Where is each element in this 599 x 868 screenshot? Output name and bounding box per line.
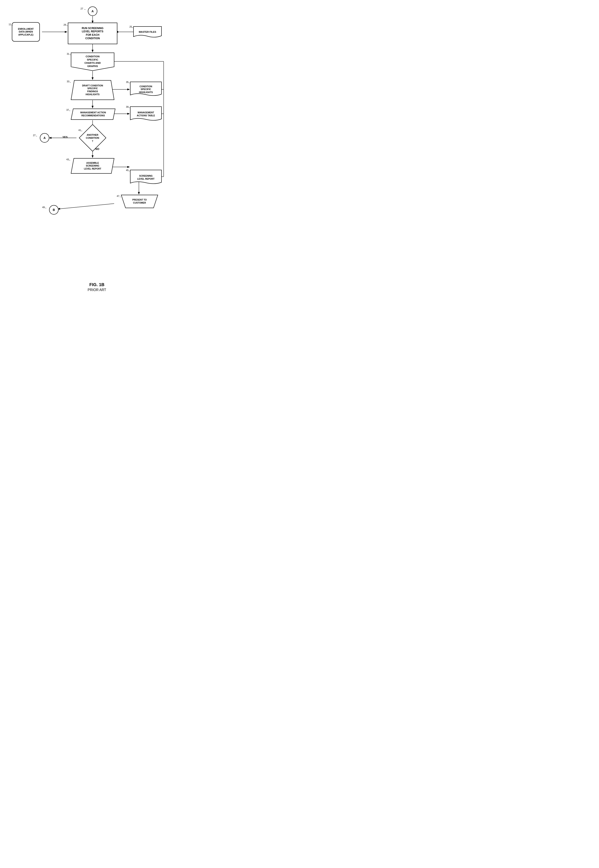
node-assemble-report-label: ASSEMBLESCREENINGLEVEL REPORT xyxy=(84,161,101,170)
node-assemble-report: ASSEMBLESCREENINGLEVEL REPORT xyxy=(70,157,115,175)
node-present-customer-label: PRESENT TOCUSTOMER xyxy=(132,199,147,204)
yes-label: YES xyxy=(62,136,68,139)
node-mgmt-actions-table-label: MANAGEMENTACTIONS TABLE xyxy=(137,111,155,117)
node-run-screening-num: 29 xyxy=(63,24,66,26)
node-mgmt-action-rec-label: MANAGEMENT ACTIONRECOMMENDATIONS xyxy=(80,111,106,117)
fig-subtitle: PRIOR ART xyxy=(0,288,194,292)
node-condition-highlights-label: CONDITIONSPECIFICHIGHLIGHTS xyxy=(139,85,153,94)
node-condition-highlights: CONDITIONSPECIFICHIGHLIGHTS xyxy=(129,81,163,98)
node-enrollment-data-label: ENROLLMENTDATA (WHENAPPLICAPLE) xyxy=(18,27,34,36)
node-a-top-num: 27 xyxy=(81,8,83,10)
node-another-condition-label: ANOTHERCONDITION? xyxy=(86,133,99,143)
node-another-condition-num: 41 xyxy=(78,129,81,131)
node-run-screening: RUN SCREENINGLEVEL REPORTSFOR EACHCONDIT… xyxy=(68,23,117,44)
node-enrollment-num: 11 xyxy=(9,23,11,26)
node-condition-charts: CONDITIONSPECIFICCHARTS ANDGRAPHS xyxy=(70,52,115,71)
node-b-num: 49 xyxy=(42,206,45,208)
node-enrollment-data: ENROLLMENTDATA (WHENAPPLICAPLE) xyxy=(12,22,40,42)
node-screening-report-label: SCREENINGLEVEL REPORT xyxy=(137,175,154,180)
node-screening-report: SCREENINGLEVEL REPORT xyxy=(129,169,163,186)
figure-caption: FIG. 1B PRIOR ART xyxy=(0,282,194,296)
node-screening-report-num: 45 xyxy=(126,169,128,172)
fig-title: FIG. 1B xyxy=(0,282,194,287)
node-condition-charts-label: CONDITIONSPECIFICCHARTS ANDGRAPHS xyxy=(84,55,101,68)
node-master-files: MASTER FILES xyxy=(132,26,163,38)
node-master-files-label: MASTER FILES xyxy=(139,30,156,33)
node-a-top: A xyxy=(88,6,97,16)
flowchart-diagram: A 27 ~ RUN SCREENINGLEVEL REPORTSFOR EAC… xyxy=(0,0,194,276)
node-a-bottom-label: A xyxy=(44,136,46,140)
node-run-screening-label: RUN SCREENINGLEVEL REPORTSFOR EACHCONDIT… xyxy=(82,27,104,40)
node-condition-charts-num: 31 xyxy=(67,53,69,55)
svg-line-18 xyxy=(58,203,114,209)
node-mgmt-action-rec-num: 37 xyxy=(66,108,69,111)
node-b: B xyxy=(49,205,59,215)
node-mgmt-actions-table: MANAGEMENTACTIONS TABLE xyxy=(129,105,163,123)
no-label: NO xyxy=(95,148,99,151)
node-draft-condition-label: DRAFT CONDITIONSPECIFICFINDINGSHIGHLIGHT… xyxy=(82,84,103,96)
node-present-customer-num: 47 xyxy=(117,195,119,197)
node-a-bottom: A xyxy=(40,133,49,143)
node-mgmt-action-rec: MANAGEMENT ACTIONRECOMMENDATIONS xyxy=(70,108,116,121)
node-mgmt-actions-table-num: 39 xyxy=(126,105,128,108)
node-condition-highlights-num: 35 xyxy=(126,81,128,83)
node-b-label: B xyxy=(53,208,55,212)
node-assemble-report-num: 43 xyxy=(66,158,69,161)
node-a-top-label: A xyxy=(92,9,94,13)
node-draft-condition-num: 33 xyxy=(67,80,69,83)
node-draft-condition: DRAFT CONDITIONSPECIFICFINDINGSHIGHLIGHT… xyxy=(70,79,115,101)
node-another-condition: ANOTHERCONDITION? xyxy=(79,124,106,151)
node-a-bottom-num: 27 xyxy=(33,134,36,137)
node-present-customer: PRESENT TOCUSTOMER xyxy=(120,194,159,209)
